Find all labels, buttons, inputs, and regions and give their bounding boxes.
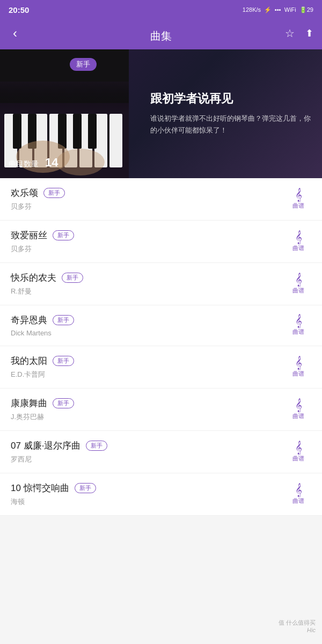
score-icon: 𝄞 <box>295 315 302 327</box>
song-title-row: 康康舞曲 新手 <box>11 397 286 409</box>
song-badge: 新手 <box>53 398 74 408</box>
hero-description: 谁说初学者就弹不出好听的钢琴曲？弹完这几首，你的小伙伴可能都惊呆了！ <box>150 113 311 136</box>
status-icons: 128K/s ⚡ ▪▪▪ WiFi 🔋29 <box>243 6 313 13</box>
svg-point-16 <box>56 149 105 175</box>
song-artist: E.D.卡普阿 <box>11 370 286 379</box>
song-artist: J.奥芬巴赫 <box>11 412 286 422</box>
score-label: 曲谱 <box>292 412 304 420</box>
score-button[interactable]: 𝄞 曲谱 <box>286 399 311 420</box>
song-info: 07 威廉·退尔序曲 新手 罗西尼 <box>11 440 286 464</box>
score-button[interactable]: 𝄞 曲谱 <box>286 315 311 336</box>
song-title-row: 欢乐颂 新手 <box>11 187 286 199</box>
song-info: 欢乐颂 新手 贝多芬 <box>11 187 286 211</box>
score-icon: 𝄞 <box>295 399 302 411</box>
svg-rect-14 <box>88 114 97 149</box>
signal-icon: ▪▪▪ <box>275 6 281 13</box>
song-name: 07 威廉·退尔序曲 <box>11 440 80 452</box>
song-info: 10 惊愕交响曲 新手 海顿 <box>11 482 286 507</box>
song-item[interactable]: 10 惊愕交响曲 新手 海顿 𝄞 曲谱 <box>0 473 322 516</box>
score-button[interactable]: 𝄞 曲谱 <box>286 357 311 378</box>
song-name: 康康舞曲 <box>11 397 47 409</box>
score-button[interactable]: 𝄞 曲谱 <box>286 189 311 210</box>
svg-rect-13 <box>73 114 82 149</box>
song-badge: 新手 <box>75 483 96 493</box>
song-artist: 罗西尼 <box>11 455 286 464</box>
nav-actions: ☆ ⬆ <box>285 27 313 40</box>
svg-rect-10 <box>13 114 21 149</box>
score-icon: 𝄞 <box>295 484 302 496</box>
top-nav: ‹ 曲集 ☆ ⬆ <box>0 19 322 49</box>
score-button[interactable]: 𝄞 曲谱 <box>286 274 311 295</box>
song-info: 快乐的农夫 新手 R.舒曼 <box>11 272 286 296</box>
score-label: 曲谱 <box>292 370 304 378</box>
song-title-row: 致爱丽丝 新手 <box>11 229 286 241</box>
song-item[interactable]: 07 威廉·退尔序曲 新手 罗西尼 𝄞 曲谱 <box>0 431 322 473</box>
watermark: 值 什么值得买 Hic <box>279 619 316 633</box>
score-label: 曲谱 <box>292 328 304 336</box>
song-name: 欢乐颂 <box>11 187 38 199</box>
score-button[interactable]: 𝄞 曲谱 <box>286 484 311 505</box>
song-title-row: 10 惊愕交响曲 新手 <box>11 482 286 494</box>
song-name: 奇异恩典 <box>11 314 47 326</box>
status-bar: 20:50 128K/s ⚡ ▪▪▪ WiFi 🔋29 <box>0 0 322 19</box>
score-icon: 𝄞 <box>295 189 302 201</box>
svg-rect-12 <box>58 114 67 149</box>
score-icon: 𝄞 <box>295 442 302 453</box>
score-icon: 𝄞 <box>295 274 302 286</box>
back-button[interactable]: ‹ <box>9 24 21 43</box>
star-icon[interactable]: ☆ <box>285 27 295 40</box>
bluetooth-icon: ⚡ <box>264 6 272 13</box>
score-label: 曲谱 <box>292 287 304 295</box>
song-item[interactable]: 奇异恩典 新手 Dick Martens 𝄞 曲谱 <box>0 305 322 346</box>
score-button[interactable]: 𝄞 曲谱 <box>286 442 311 463</box>
song-artist: 贝多芬 <box>11 202 286 211</box>
song-info: 康康舞曲 新手 J.奥芬巴赫 <box>11 397 286 422</box>
song-item[interactable]: 快乐的农夫 新手 R.舒曼 𝄞 曲谱 <box>0 263 322 305</box>
song-name: 快乐的农夫 <box>11 272 56 284</box>
score-icon: 𝄞 <box>295 231 302 243</box>
song-badge: 新手 <box>86 441 107 451</box>
song-artist: 贝多芬 <box>11 244 286 254</box>
song-name: 致爱丽丝 <box>11 229 47 241</box>
svg-rect-17 <box>0 82 129 114</box>
song-badge: 新手 <box>53 230 74 240</box>
song-item[interactable]: 我的太阳 新手 E.D.卡普阿 𝄞 曲谱 <box>0 346 322 389</box>
song-list: 欢乐颂 新手 贝多芬 𝄞 曲谱 致爱丽丝 新手 贝多芬 𝄞 曲谱 快乐的农夫 新… <box>0 178 322 516</box>
beginner-badge: 新手 <box>70 58 97 71</box>
score-label: 曲谱 <box>292 244 304 252</box>
song-title-row: 快乐的农夫 新手 <box>11 272 286 284</box>
song-badge: 新手 <box>62 273 83 283</box>
score-label: 曲谱 <box>292 202 304 210</box>
song-info: 奇异恩典 新手 Dick Martens <box>11 314 286 337</box>
song-name: 我的太阳 <box>11 355 47 367</box>
svg-rect-9 <box>109 114 122 167</box>
score-label: 曲谱 <box>292 497 304 505</box>
song-item[interactable]: 欢乐颂 新手 贝多芬 𝄞 曲谱 <box>0 178 322 221</box>
wifi-icon: WiFi <box>284 6 296 13</box>
status-time: 20:50 <box>9 5 29 14</box>
song-artist: R.舒曼 <box>11 287 286 296</box>
hero-banner: 新手 曲目数量 14 跟初学者说再见 谁说初学者就弹不出好听的钢琴曲？弹完这几首… <box>0 49 322 178</box>
song-title-row: 我的太阳 新手 <box>11 355 286 367</box>
song-artist: 海顿 <box>11 497 286 507</box>
song-info: 我的太阳 新手 E.D.卡普阿 <box>11 355 286 379</box>
score-button[interactable]: 𝄞 曲谱 <box>286 231 311 252</box>
score-label: 曲谱 <box>292 455 304 463</box>
network-speed: 128K/s <box>243 6 261 13</box>
song-badge: 新手 <box>43 188 65 198</box>
song-info: 致爱丽丝 新手 贝多芬 <box>11 229 286 254</box>
hero-title: 跟初学者说再见 <box>150 91 311 107</box>
share-icon[interactable]: ⬆ <box>305 27 313 39</box>
song-title-row: 奇异恩典 新手 <box>11 314 286 326</box>
song-artist: Dick Martens <box>11 329 286 337</box>
song-badge: 新手 <box>53 315 74 325</box>
song-badge: 新手 <box>53 356 74 366</box>
score-icon: 𝄞 <box>295 357 302 369</box>
song-title-row: 07 威廉·退尔序曲 新手 <box>11 440 286 452</box>
song-item[interactable]: 致爱丽丝 新手 贝多芬 𝄞 曲谱 <box>0 221 322 263</box>
page-title: 曲集 <box>150 29 172 43</box>
battery-icon: 🔋29 <box>299 6 313 13</box>
song-name: 10 惊愕交响曲 <box>11 482 69 494</box>
hero-content: 跟初学者说再见 谁说初学者就弹不出好听的钢琴曲？弹完这几首，你的小伙伴可能都惊呆… <box>140 49 322 178</box>
song-item[interactable]: 康康舞曲 新手 J.奥芬巴赫 𝄞 曲谱 <box>0 389 322 431</box>
